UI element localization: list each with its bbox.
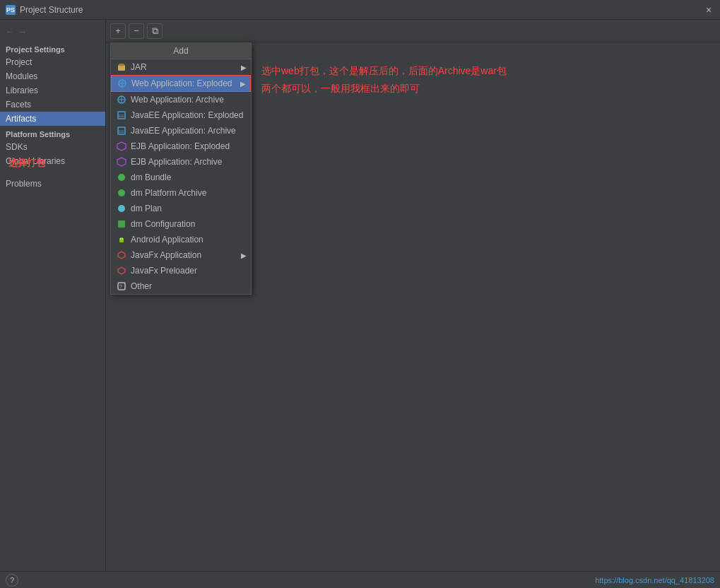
menu-item-dm-bundle[interactable]: dm Bundle (111, 170, 251, 185)
sidebar-item-project[interactable]: Project (0, 55, 105, 69)
bottom-bar: ? https://blog.csdn.net/qq_41813208 (0, 571, 720, 588)
svg-rect-1 (119, 64, 124, 66)
sidebar: ← → Project Settings Project Modules Lib… (0, 20, 106, 588)
sidebar-annotation: 选择打包 (6, 154, 48, 172)
menu-item-javaee-archive[interactable]: EE JavaEE Application: Archive (111, 123, 251, 139)
svg-rect-0 (118, 65, 125, 71)
svg-text:EE: EE (119, 129, 124, 134)
sidebar-item-sdks[interactable]: SDKs (0, 140, 105, 154)
title-bar-left: PS Project Structure (6, 5, 83, 15)
platform-settings-title: Platform Settings (0, 126, 105, 140)
menu-item-javafx-label: JavaFx Application (131, 250, 201, 260)
menu-item-javafx-preloader[interactable]: JavaFx Preloader (111, 263, 251, 278)
menu-item-dm-configuration[interactable]: dm Configuration (111, 216, 251, 232)
svg-text:?: ? (119, 284, 122, 289)
svg-marker-12 (117, 142, 126, 151)
menu-item-web-exploded[interactable]: Web Application: Exploded ▶ (111, 75, 251, 92)
dm-config-icon (117, 219, 126, 229)
menu-item-other[interactable]: ? Other (111, 278, 251, 294)
menu-item-javaee-archive-label: JavaEE Application: Archive (131, 126, 236, 136)
menu-item-android[interactable]: Android Application (111, 232, 251, 247)
menu-item-android-label: Android Application (131, 235, 203, 245)
nav-row: ← → (0, 25, 105, 41)
javaee-archive-icon: EE (117, 126, 126, 136)
menu-item-dm-plan[interactable]: dm Plan (111, 201, 251, 216)
sidebar-item-problems[interactable]: Problems (0, 177, 105, 191)
project-settings-title: Project Settings (0, 41, 105, 55)
svg-rect-17 (118, 220, 125, 228)
svg-point-19 (122, 238, 124, 240)
menu-item-web-archive[interactable]: Web Application: Archive (111, 92, 251, 107)
javafx-preloader-icon (117, 266, 126, 276)
svg-marker-13 (117, 158, 126, 166)
javaee-exploded-icon: EE (117, 110, 126, 120)
title-bar: PS Project Structure × (0, 0, 720, 20)
sidebar-item-facets[interactable]: Facets (0, 98, 105, 112)
menu-item-web-archive-label: Web Application: Archive (131, 95, 224, 105)
menu-item-javafx-preloader-label: JavaFx Preloader (131, 266, 197, 276)
menu-item-dm-platform-label: dm Platform Archive (131, 188, 206, 198)
dm-bundle-icon (117, 172, 126, 182)
menu-item-ejb-exploded[interactable]: EJB Application: Exploded (111, 139, 251, 154)
menu-item-dm-bundle-label: dm Bundle (131, 172, 171, 182)
menu-item-jar-label: JAR (131, 62, 147, 72)
remove-button[interactable]: − (129, 23, 144, 39)
dm-platform-icon (117, 188, 126, 198)
nav-back[interactable]: ← (6, 27, 14, 37)
bottom-link[interactable]: https://blog.csdn.net/qq_41813208 (595, 576, 714, 584)
menu-item-javaee-exploded-label: JavaEE Application: Exploded (131, 110, 243, 120)
content-area: + − ⧉ Add JAR ▶ Web Application: Explode… (106, 20, 720, 588)
svg-marker-21 (118, 267, 125, 274)
close-button[interactable]: × (703, 4, 714, 16)
menu-item-jar[interactable]: JAR ▶ (111, 59, 251, 75)
jar-icon (117, 62, 126, 72)
jar-arrow: ▶ (241, 64, 247, 71)
content-annotation: 选中web打包，这个是解压后的，后面的Archive是war包 两个都可以，一般… (261, 62, 507, 98)
menu-item-dm-config-label: dm Configuration (131, 219, 195, 229)
dm-plan-icon (117, 204, 126, 213)
app-icon: PS (6, 5, 16, 15)
add-button[interactable]: + (110, 23, 126, 39)
svg-text:EE: EE (119, 114, 124, 118)
menu-item-ejb-exploded-label: EJB Application: Exploded (131, 141, 230, 151)
menu-item-ejb-archive-label: EJB Application: Archive (131, 157, 222, 167)
ejb-exploded-icon (117, 141, 126, 151)
web-exploded-arrow: ▶ (240, 80, 246, 88)
menu-item-ejb-archive[interactable]: EJB Application: Archive (111, 154, 251, 170)
web-exploded-icon (117, 78, 127, 88)
menu-item-other-label: Other (131, 281, 152, 291)
menu-item-dm-plan-label: dm Plan (131, 204, 162, 213)
svg-point-14 (118, 174, 125, 181)
javafx-icon (117, 250, 126, 260)
android-icon (117, 235, 126, 245)
annotation-line2: 两个都可以，一般用我框出来的即可 (261, 80, 507, 98)
dropdown-header: Add (111, 43, 251, 59)
annotation-line1: 选中web打包，这个是解压后的，后面的Archive是war包 (261, 62, 507, 80)
copy-button[interactable]: ⧉ (147, 23, 163, 39)
other-icon: ? (117, 281, 126, 291)
svg-point-15 (118, 189, 125, 196)
menu-item-javafx[interactable]: JavaFx Application ▶ (111, 247, 251, 263)
ejb-archive-icon (117, 157, 126, 167)
menu-item-dm-platform[interactable]: dm Platform Archive (111, 185, 251, 201)
svg-marker-20 (118, 252, 125, 259)
main-container: ← → Project Settings Project Modules Lib… (0, 20, 720, 588)
web-archive-icon (117, 95, 126, 105)
window-title: Project Structure (20, 5, 83, 15)
menu-item-javaee-exploded[interactable]: EE JavaEE Application: Exploded (111, 107, 251, 123)
menu-item-web-exploded-label: Web Application: Exploded (131, 78, 232, 88)
javafx-arrow: ▶ (241, 252, 247, 259)
help-button[interactable]: ? (6, 574, 18, 587)
svg-point-18 (120, 238, 122, 240)
nav-forward[interactable]: → (18, 27, 27, 37)
sidebar-item-modules[interactable]: Modules (0, 69, 105, 83)
toolbar: + − ⧉ (106, 20, 720, 42)
sidebar-item-libraries[interactable]: Libraries (0, 83, 105, 98)
add-dropdown: Add JAR ▶ Web Application: Exploded ▶ (110, 42, 252, 295)
sidebar-item-artifacts[interactable]: Artifacts (0, 112, 105, 126)
svg-point-16 (118, 205, 125, 212)
